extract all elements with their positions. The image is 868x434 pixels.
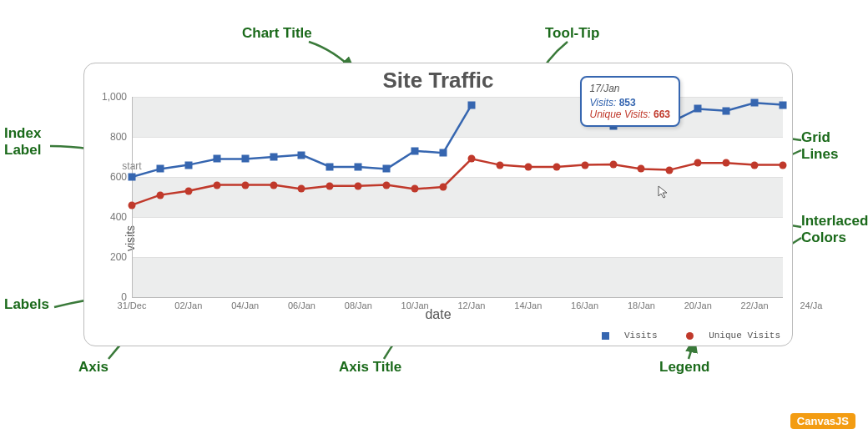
legend-item-unique[interactable]: Unique Visits bbox=[674, 331, 780, 341]
data-point[interactable] bbox=[553, 164, 560, 171]
data-point[interactable] bbox=[355, 182, 362, 189]
data-point[interactable] bbox=[184, 187, 192, 194]
data-point[interactable] bbox=[780, 161, 787, 169]
data-point[interactable] bbox=[156, 191, 164, 199]
data-point[interactable] bbox=[440, 149, 447, 157]
data-point[interactable] bbox=[751, 161, 759, 169]
cursor-icon bbox=[658, 185, 671, 199]
plot-area: visits 02004006008001,00031/Dec02/Jan04/… bbox=[132, 97, 783, 297]
data-point[interactable] bbox=[213, 155, 220, 163]
data-point[interactable] bbox=[298, 185, 305, 193]
data-point[interactable] bbox=[609, 160, 617, 168]
data-point[interactable] bbox=[694, 159, 702, 167]
y-tick-label: 800 bbox=[110, 131, 132, 143]
data-point[interactable] bbox=[694, 105, 702, 113]
data-point[interactable] bbox=[129, 201, 136, 209]
tooltip-date: 17/Jan bbox=[590, 83, 671, 94]
y-tick-label: 400 bbox=[110, 211, 132, 223]
data-point[interactable] bbox=[411, 147, 419, 154]
data-point[interactable] bbox=[581, 161, 588, 169]
legend-label-unique: Unique Visits bbox=[709, 331, 780, 341]
data-point[interactable] bbox=[270, 181, 277, 189]
data-point[interactable] bbox=[780, 101, 787, 108]
callout-axis: Axis bbox=[78, 359, 108, 376]
legend-label-visits: Visits bbox=[624, 331, 658, 341]
line-series-svg bbox=[132, 97, 783, 297]
data-point[interactable] bbox=[638, 165, 645, 173]
data-point[interactable] bbox=[467, 155, 475, 163]
data-point[interactable] bbox=[467, 101, 475, 108]
data-point[interactable] bbox=[213, 181, 220, 189]
data-point[interactable] bbox=[383, 165, 391, 173]
data-point[interactable] bbox=[440, 184, 447, 191]
x-tick-label: 24/Ja bbox=[800, 300, 822, 310]
y-tick-label: 200 bbox=[110, 251, 132, 263]
legend[interactable]: Visits Unique Visits bbox=[578, 331, 780, 341]
data-point[interactable] bbox=[355, 164, 362, 171]
data-point[interactable] bbox=[383, 181, 391, 189]
callout-chart-title: Chart Title bbox=[242, 25, 312, 42]
callout-tooltip: Tool-Tip bbox=[545, 25, 599, 42]
data-point[interactable] bbox=[156, 165, 164, 173]
square-icon bbox=[602, 332, 609, 340]
callout-labels: Labels bbox=[4, 296, 49, 313]
x-axis-title: date bbox=[84, 307, 792, 322]
chart-container: Site Traffic visits 02004006008001,00031… bbox=[83, 63, 793, 346]
data-point[interactable] bbox=[129, 174, 136, 181]
circle-icon bbox=[686, 332, 694, 340]
legend-item-visits[interactable]: Visits bbox=[590, 331, 658, 341]
y-tick-label: 1,000 bbox=[102, 91, 132, 103]
tooltip-row-unique: Unique Visits: 663 bbox=[590, 108, 671, 120]
data-point[interactable] bbox=[723, 159, 730, 167]
chart-title: Site Traffic bbox=[84, 68, 792, 93]
data-point[interactable] bbox=[496, 161, 503, 169]
data-point[interactable] bbox=[411, 185, 419, 193]
data-point[interactable] bbox=[723, 107, 730, 114]
x-axis-line bbox=[132, 297, 783, 298]
data-point[interactable] bbox=[298, 151, 305, 159]
tooltip: 17/JanVisits: 853Unique Visits: 663 bbox=[580, 76, 681, 127]
data-point[interactable] bbox=[184, 161, 192, 169]
data-point[interactable] bbox=[751, 99, 759, 107]
data-point[interactable] bbox=[326, 164, 334, 171]
data-point[interactable] bbox=[241, 181, 249, 189]
data-point[interactable] bbox=[241, 155, 249, 163]
callout-interlaced: Interlaced Colors bbox=[801, 213, 868, 246]
callout-grid-lines: Grid Lines bbox=[801, 129, 838, 163]
data-point[interactable] bbox=[666, 166, 674, 174]
brand-badge: CanvasJS bbox=[790, 413, 855, 429]
index-label: start bbox=[122, 160, 141, 172]
data-point[interactable] bbox=[270, 154, 277, 161]
callout-index-label: Index Label bbox=[4, 125, 41, 159]
tooltip-row-visits: Visits: 853 bbox=[590, 97, 671, 108]
data-point[interactable] bbox=[326, 182, 334, 189]
data-point[interactable] bbox=[524, 164, 532, 171]
